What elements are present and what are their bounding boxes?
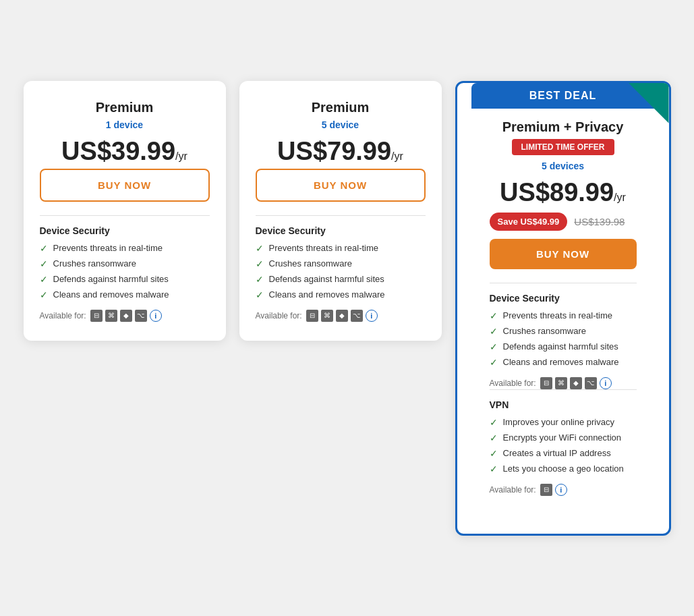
original-price: US$139.98 [574, 216, 625, 227]
check-icon: ✓ [40, 243, 48, 254]
limited-offer-badge: LIMITED TIME OFFER [512, 139, 614, 155]
check-icon: ✓ [490, 432, 498, 443]
mac-icon: ⌘ [321, 310, 333, 322]
feature-text: Cleans and removes malware [269, 289, 385, 300]
plan-name: Premium [256, 100, 426, 115]
feature-item: ✓Defends against harmful sites [40, 274, 210, 285]
ios-icon: ⌥ [585, 377, 597, 389]
ios-icon: ⌥ [351, 310, 363, 322]
section-title: Device Security [40, 225, 210, 236]
feature-text: Prevents threats in real-time [269, 243, 379, 253]
buy-now-button[interactable]: BUY NOW [40, 169, 210, 202]
save-badge: Save US$49.99 [490, 213, 568, 231]
feature-item: ✓Cleans and removes malware [490, 357, 637, 368]
check-icon: ✓ [256, 274, 264, 285]
feature-item: ✓Crushes ransomware [256, 258, 426, 269]
feature-item: ✓Crushes ransomware [490, 326, 637, 337]
feature-text: Defends against harmful sites [269, 274, 384, 284]
section-divider [40, 215, 210, 216]
feature-item: ✓Prevents threats in real-time [256, 243, 426, 254]
buy-now-button[interactable]: BUY NOW [490, 239, 637, 269]
feature-item: ✓Lets you choose a geo location [490, 464, 637, 474]
save-badge-row: Save US$49.99US$139.98 [490, 213, 637, 231]
best-deal-banner: BEST DEAL [471, 83, 655, 109]
available-label: Available for: [490, 379, 536, 388]
check-icon: ✓ [490, 357, 498, 368]
win-icon: ⊟ [306, 310, 318, 322]
price-container: US$89.99/yr [490, 178, 637, 207]
feature-item: ✓Defends against harmful sites [490, 341, 637, 352]
available-row: Available for:⊟i [490, 484, 637, 496]
check-icon: ✓ [490, 326, 498, 337]
os-icons: ⊟⌘◆⌥i [90, 310, 162, 322]
win-icon: ⊟ [90, 310, 103, 322]
plan-name: Premium + Privacy [490, 119, 637, 135]
available-row: Available for:⊟⌘◆⌥i [256, 310, 426, 322]
check-icon: ✓ [490, 448, 498, 459]
win-icon: ⊟ [540, 377, 552, 389]
ios-icon: ⌥ [135, 310, 147, 322]
featured-inner: Premium + PrivacyLIMITED TIME OFFER5 dev… [473, 109, 653, 515]
feature-list: ✓Improves your online privacy✓Encrypts y… [490, 417, 637, 474]
price-period: /yr [175, 150, 187, 162]
feature-text: Encrypts your WiFi connection [503, 432, 622, 443]
price-period: /yr [391, 150, 403, 162]
plan-card-premium-1: Premium1 deviceUS$39.99/yrBUY NOWDevice … [24, 81, 226, 341]
plan-name: Premium [40, 100, 210, 115]
available-label: Available for: [256, 311, 302, 320]
device-count: 1 device [40, 119, 210, 130]
info-icon[interactable]: i [150, 310, 162, 322]
mac-icon: ⌘ [555, 377, 567, 389]
info-icon[interactable]: i [600, 377, 612, 389]
feature-text: Lets you choose a geo location [503, 464, 624, 474]
os-icons: ⊟⌘◆⌥i [540, 377, 612, 389]
feature-text: Defends against harmful sites [53, 274, 169, 284]
price: US$79.99 [277, 137, 391, 165]
section-title: Device Security [490, 293, 637, 304]
win-icon: ⊟ [540, 484, 552, 496]
os-icons: ⊟⌘◆⌥i [306, 310, 378, 322]
feature-text: Improves your online privacy [503, 417, 614, 427]
plans-container: Premium1 deviceUS$39.99/yrBUY NOWDevice … [24, 81, 671, 536]
feature-item: ✓Encrypts your WiFi connection [490, 432, 637, 443]
feature-text: Crushes ransomware [53, 258, 137, 269]
section-divider [490, 389, 637, 390]
mac-icon: ⌘ [105, 310, 117, 322]
info-icon[interactable]: i [366, 310, 378, 322]
info-icon[interactable]: i [555, 484, 567, 496]
plan-card-premium-5: Premium5 deviceUS$79.99/yrBUY NOWDevice … [239, 81, 442, 341]
feature-item: ✓Prevents threats in real-time [40, 243, 210, 254]
available-row: Available for:⊟⌘◆⌥i [490, 377, 637, 389]
available-label: Available for: [490, 485, 536, 495]
check-icon: ✓ [256, 258, 264, 269]
check-icon: ✓ [40, 258, 48, 269]
feature-text: Cleans and removes malware [503, 357, 619, 367]
feature-list: ✓Prevents threats in real-time✓Crushes r… [490, 310, 637, 368]
check-icon: ✓ [490, 310, 498, 321]
feature-text: Defends against harmful sites [503, 341, 618, 352]
feature-item: ✓Creates a virtual IP address [490, 448, 637, 459]
section-title: VPN [490, 399, 637, 410]
android-icon: ◆ [570, 377, 582, 389]
android-icon: ◆ [336, 310, 348, 322]
buy-now-button[interactable]: BUY NOW [256, 169, 426, 202]
check-icon: ✓ [490, 464, 498, 474]
check-icon: ✓ [256, 243, 264, 254]
feature-text: Cleans and removes malware [53, 289, 169, 300]
available-row: Available for:⊟⌘◆⌥i [40, 310, 210, 322]
feature-item: ✓Defends against harmful sites [256, 274, 426, 285]
price: US$39.99 [61, 137, 175, 165]
feature-item: ✓Cleans and removes malware [40, 289, 210, 300]
section-divider [490, 283, 637, 283]
feature-item: ✓Prevents threats in real-time [490, 310, 637, 321]
price-period: /yr [614, 192, 626, 203]
price-container: US$39.99/yr [40, 137, 210, 166]
device-count: 5 devices [490, 161, 637, 171]
android-icon: ◆ [120, 310, 132, 322]
check-icon: ✓ [40, 289, 48, 300]
price: US$89.99 [500, 178, 614, 206]
device-count: 5 device [256, 119, 426, 130]
check-icon: ✓ [490, 341, 498, 352]
feature-text: Creates a virtual IP address [503, 448, 611, 458]
feature-item: ✓Cleans and removes malware [256, 289, 426, 300]
